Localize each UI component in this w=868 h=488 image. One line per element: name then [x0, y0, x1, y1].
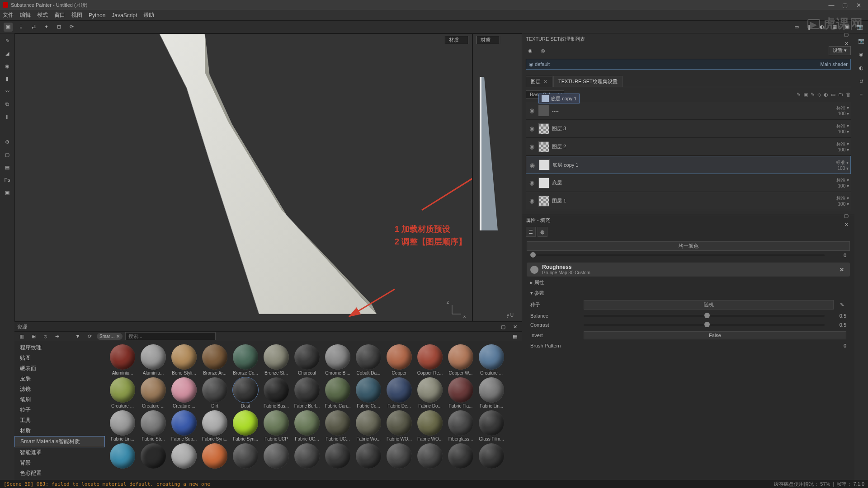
asset-item[interactable]: Aluminiu... [108, 343, 137, 375]
viewport-layout-icon[interactable]: ▣ [4, 23, 13, 32]
fill-tool-icon[interactable]: ▮ [3, 74, 12, 83]
layer-opacity[interactable]: 100 ▾ [831, 147, 849, 152]
asset-popout-icon[interactable]: ▢ [499, 322, 508, 331]
clone-tool-icon[interactable]: ⧉ [3, 99, 12, 108]
layer-opacity[interactable]: 100 ▾ [831, 129, 849, 134]
layer-blend-mode[interactable]: 标准 ▾ [831, 177, 849, 183]
layer-opacity[interactable]: 100 ▾ [831, 111, 849, 116]
asset-item[interactable]: Bronze Co... [231, 343, 260, 375]
layer-adjustment-icon[interactable]: ◐ [824, 92, 828, 98]
shader-row[interactable]: ◉ default Main shader [526, 59, 851, 70]
asset-item[interactable] [446, 442, 476, 469]
asset-item[interactable]: Fabric Syn... [231, 409, 260, 441]
asset-close-icon[interactable]: ✕ [510, 322, 519, 331]
asset-category-item[interactable]: 贴图 [14, 353, 105, 363]
asset-item[interactable]: Copper [384, 343, 414, 375]
asset-import-icon[interactable]: ⇥ [52, 332, 61, 341]
stencil-icon[interactable]: ▤ [3, 163, 12, 172]
layer-blend-mode[interactable]: 标准 ▾ [830, 160, 849, 166]
asset-item[interactable]: Creature ... [138, 376, 168, 408]
asset-category-item[interactable]: 背景 [14, 458, 105, 468]
folder-icon[interactable]: ▣ [3, 188, 12, 197]
asset-category-item[interactable]: 色彩配置 [14, 468, 105, 479]
alpha-icon[interactable]: ▢ [3, 150, 12, 159]
asset-home-icon[interactable]: ▥ [17, 332, 26, 341]
asset-category-item[interactable]: Smart Materials智能材质 [14, 436, 105, 447]
asset-item[interactable]: Fabric Lin... [476, 376, 506, 408]
picker-tool-icon[interactable]: ⫿ [3, 112, 12, 121]
asset-item[interactable]: Fabric Syn... [200, 409, 230, 441]
layer-mask-icon[interactable]: ▭ [831, 92, 835, 98]
asset-item[interactable]: Glass Film... [476, 409, 506, 441]
texture-icon[interactable]: Ps [3, 175, 12, 184]
minimize-button[interactable]: — [825, 2, 838, 9]
menu-edit[interactable]: 编辑 [20, 11, 31, 19]
balance-slider[interactable] [584, 315, 825, 317]
asset-item[interactable] [292, 442, 322, 469]
asset-item[interactable] [323, 442, 353, 469]
strip-camera-icon[interactable]: 📷 [857, 36, 866, 45]
layer-row[interactable]: ◉图层 3标准 ▾100 ▾ [526, 120, 851, 138]
asset-item[interactable]: Cobalt Da... [354, 343, 383, 375]
asset-item[interactable]: Dust [231, 376, 260, 408]
strip-shader-icon[interactable]: ◐ [857, 63, 866, 72]
menu-python[interactable]: Python [89, 12, 105, 19]
texset-solo-icon[interactable]: ◎ [538, 46, 547, 55]
asset-hide-icon[interactable]: ⦸ [41, 332, 50, 341]
menu-window[interactable]: 窗口 [54, 11, 65, 19]
asset-item[interactable]: Charcoal [292, 343, 322, 375]
roughness-attrs-toggle[interactable]: ▸ 属性 [527, 277, 850, 288]
layer-row[interactable]: ◉底层 copy 1标准 ▾100 ▾ [526, 156, 851, 174]
asset-item[interactable]: Fabric WO... [415, 409, 445, 441]
menu-file[interactable]: 文件 [3, 11, 14, 19]
asset-item[interactable]: Fabric UC... [292, 409, 322, 441]
asset-item[interactable] [231, 442, 260, 469]
menu-mode[interactable]: 模式 [37, 11, 48, 19]
layer-blend-mode[interactable]: 标准 ▾ [831, 123, 849, 129]
asset-category-item[interactable]: 程序纹理 [14, 343, 105, 353]
eraser-tool-icon[interactable]: ◢ [3, 49, 12, 58]
layer-addeffect-icon[interactable]: ◇ [817, 92, 821, 98]
contrast-slider[interactable] [584, 324, 825, 326]
layer-visibility-icon[interactable]: ◉ [528, 162, 536, 169]
asset-item[interactable]: Fabric De... [384, 376, 414, 408]
asset-item[interactable]: Fabric WO... [384, 409, 414, 441]
asset-item[interactable]: Fabric UCP [261, 409, 291, 441]
gear-icon[interactable]: ⚙ [3, 137, 12, 146]
asset-item[interactable] [138, 442, 168, 469]
asset-category-item[interactable]: 材质 [14, 426, 105, 436]
layer-blend-mode[interactable]: 标准 ▾ [831, 105, 849, 111]
projection-tool-icon[interactable]: ◉ [3, 61, 12, 70]
layer-wand-icon[interactable]: ✎ [797, 92, 801, 98]
layer-row[interactable]: ◉底层标准 ▾100 ▾ [526, 174, 851, 192]
grid-icon[interactable]: ⦙⦙ [16, 23, 25, 32]
seed-random-button[interactable]: 随机 [584, 300, 834, 310]
layer-folder-icon[interactable]: 🗀 [838, 92, 843, 98]
props-mode-globe-icon[interactable]: ◍ [538, 227, 547, 237]
asset-item[interactable]: Copper Re... [415, 343, 445, 375]
asset-item[interactable] [354, 442, 383, 469]
layer-visibility-icon[interactable]: ◉ [528, 125, 536, 132]
asset-item[interactable]: Bone Styli... [169, 343, 199, 375]
asset-item[interactable]: Fabric Can... [323, 376, 353, 408]
asset-item[interactable]: Fabric Do... [415, 376, 445, 408]
reload-icon[interactable]: ⟳ [67, 23, 76, 32]
asset-category-item[interactable]: 工具 [14, 415, 105, 426]
asset-newfolder-icon[interactable]: ⊞ [29, 332, 38, 341]
roughness-remove-icon[interactable]: ✕ [837, 265, 846, 274]
asset-item[interactable]: Dirt [200, 376, 230, 408]
asset-item[interactable]: Chrome Bl... [323, 343, 353, 375]
layer-pen-icon[interactable]: ✎ [811, 92, 815, 98]
add-square-icon[interactable]: ⊞ [54, 23, 63, 32]
asset-item[interactable]: Fabric Bas... [261, 376, 291, 408]
asset-item[interactable]: Copper W... [446, 343, 476, 375]
strip-log-icon[interactable]: ≡ [857, 90, 866, 99]
viewport-2d-channel-dropdown[interactable]: 材质 [476, 36, 500, 44]
menu-view[interactable]: 视图 [71, 11, 82, 19]
layer-trash-icon[interactable]: 🗑 [846, 92, 851, 98]
props-popout-icon[interactable]: ▢ [842, 211, 851, 220]
asset-item[interactable] [384, 442, 414, 469]
asset-category-item[interactable]: 笔刷 [14, 394, 105, 405]
invert-toggle[interactable]: False [584, 331, 846, 339]
asset-category-item[interactable]: 硬表面 [14, 363, 105, 374]
